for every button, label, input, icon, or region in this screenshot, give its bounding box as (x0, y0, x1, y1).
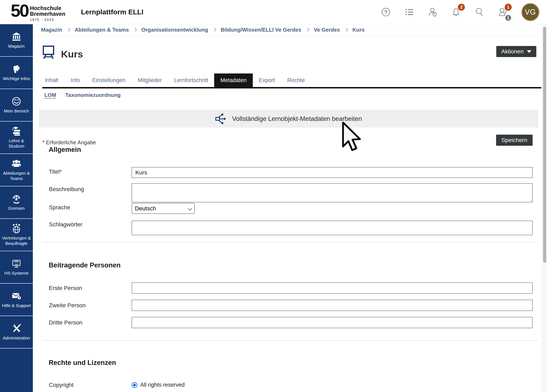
logo-50-text: 50 (11, 2, 28, 19)
books-graduation-icon (12, 126, 21, 136)
tab-einstellungen[interactable]: Einstellungen (86, 74, 132, 87)
copyright-radio-row: All rights reserved (132, 382, 185, 388)
svg-text:?: ? (18, 296, 20, 300)
chevron-right-icon (344, 28, 348, 31)
subtab-lom[interactable]: LOM (44, 92, 56, 98)
scrollbar-thumb[interactable] (543, 27, 546, 263)
required-asterisk: * (42, 139, 45, 146)
sidebar-item-abteilungen-teams[interactable]: Abteilungen & Teams (0, 154, 33, 186)
copyright-radio-label: All rights reserved (140, 382, 185, 388)
sprache-select[interactable]: Deutsch (132, 203, 195, 214)
sidebar-item-label: HS-Systeme (4, 270, 28, 276)
sidebar-item-hs-systeme[interactable]: *** HS-Systeme (0, 251, 33, 284)
aktionen-label: Aktionen (501, 48, 524, 55)
tab-mitglieder[interactable]: Mitglieder (132, 74, 168, 87)
sidebar-item-label: Mein Bereich (4, 108, 29, 114)
tab-rechte[interactable]: Rechte (281, 74, 311, 87)
schlagwoerter-input[interactable] (132, 221, 533, 235)
sidebar-item-wichtige-infos[interactable]: Wichtige Infos (0, 57, 33, 89)
main-content: Magazin Abteilungen & Teams Organisation… (33, 24, 542, 392)
breadcrumb-item[interactable]: Abteilungen & Teams (75, 27, 129, 33)
subtab-taxonomiezuordnung[interactable]: Taxonomiezuordnung (65, 92, 121, 98)
people-group-icon (12, 159, 21, 169)
dritte-person-label: Dritte Person (49, 319, 82, 326)
titel-required-asterisk: * (60, 169, 62, 175)
chevron-right-icon (67, 28, 70, 31)
sidebar-item-label: Magazin (8, 43, 24, 49)
required-note: * Erforderliche Angabe (42, 139, 96, 146)
landmark-icon (12, 32, 21, 41)
top-header: 50 Hochschule Bremerhaven 1975 - 2025 Le… (0, 0, 547, 24)
sidebar-item-magazin[interactable]: Magazin (0, 24, 33, 57)
sidebar-item-mein-bereich[interactable]: Mein Bereich (0, 89, 33, 122)
section-heading-allgemein: Allgemein (49, 146, 81, 154)
beschreibung-textarea[interactable] (132, 183, 533, 202)
course-easel-icon (42, 45, 55, 60)
sidebar-item-administration[interactable]: Administration (0, 316, 33, 349)
tab-info[interactable]: Info (64, 74, 86, 87)
sidebar-item-vertretungen-beauftragte[interactable]: Vertretungen & Beauftragte (0, 219, 33, 251)
dritte-person-input[interactable] (132, 317, 533, 328)
help-icon[interactable]: ? (381, 7, 391, 17)
megaphone-icon (12, 64, 21, 74)
sidebar-item-label: Lehre & Studium (1, 138, 32, 149)
committee-icon (12, 194, 21, 203)
radio-dot (133, 384, 136, 386)
tab-export[interactable]: Export (253, 74, 281, 87)
sidebar-item-gremien[interactable]: Gremien (0, 186, 33, 219)
erste-person-input[interactable] (132, 282, 533, 294)
breadcrumb-item[interactable]: Organisationsentwicklung (141, 27, 208, 33)
metadata-nodes-icon (215, 114, 227, 124)
required-note-text: Erforderliche Angabe (46, 139, 96, 146)
app-title: Lernplattform ELLI (81, 8, 143, 16)
sprache-label: Sprache (49, 204, 70, 211)
sidebar-item-hilfe-support[interactable]: ? Hilfe & Support (0, 284, 33, 316)
avatar[interactable]: VG (521, 3, 540, 21)
contacts-icon[interactable]: 1 1 (498, 7, 508, 17)
hochschule-bremerhaven-logo: 50 Hochschule Bremerhaven 1975 - 2025 (11, 2, 65, 21)
titel-input[interactable] (132, 167, 533, 178)
titel-label-text: Titel (49, 169, 60, 175)
main-sidebar: Magazin Wichtige Infos Mein Bereich Lehr… (0, 24, 33, 392)
page-title: Kurs (61, 48, 83, 60)
titel-label: Titel* (49, 169, 62, 175)
tab-lernfortschritt[interactable]: Lernfortschritt (168, 74, 214, 87)
contacts-new-badge: 1 (505, 4, 512, 11)
search-icon[interactable] (474, 7, 485, 17)
mail-question-icon: ? (12, 291, 21, 301)
chevron-right-icon (133, 28, 137, 31)
chevron-right-icon (212, 28, 216, 31)
sidebar-item-label: Administration (3, 335, 30, 341)
copyright-label: Copyright (49, 382, 74, 388)
speichern-button[interactable]: Speichern (496, 135, 533, 146)
tab-metadaten[interactable]: Metadaten (214, 74, 253, 87)
breadcrumb-item[interactable]: Bildung/Wissen/ELLI Ve Gerdes (221, 27, 301, 33)
sidebar-item-label: Vertretungen & Beauftragte (1, 235, 32, 246)
sidebar-item-label: Wichtige Infos (3, 76, 30, 81)
aktionen-button[interactable]: Aktionen (496, 46, 536, 57)
smiley-icon (12, 96, 21, 106)
copyright-radio-selected[interactable] (132, 382, 137, 388)
globe-people-icon (12, 223, 21, 233)
subtab-bar: LOM Taxonomiezuordnung (44, 92, 121, 98)
section-divider (42, 340, 539, 341)
caret-down-icon (527, 50, 531, 53)
breadcrumb-item[interactable]: Kurs (352, 27, 364, 33)
user-alert-icon[interactable]: ! (428, 7, 438, 17)
notifications-bell-icon[interactable]: 2 (451, 7, 461, 17)
sidebar-item-lehre-studium[interactable]: Lehre & Studium (0, 122, 33, 154)
chevron-right-icon (306, 28, 309, 31)
breadcrumb-item[interactable]: Magazin (41, 27, 62, 33)
svg-text:?: ? (384, 9, 387, 15)
tab-inhalt[interactable]: Inhalt (42, 74, 64, 87)
zweite-person-input[interactable] (132, 300, 533, 311)
logo-years: 1975 - 2025 (30, 18, 66, 22)
breadcrumb-item[interactable]: Ve Gerdes (314, 27, 340, 33)
zweite-person-label: Zweite Person (49, 302, 86, 309)
banner-label: Vollständige Lernobjekt-Metadaten bearbe… (232, 115, 362, 122)
list-menu-icon[interactable] (404, 7, 414, 17)
page-scrollbar[interactable] (542, 24, 547, 392)
schlagwoerter-label: Schlagwörter (49, 221, 82, 228)
edit-full-metadata-banner[interactable]: Vollständige Lernobjekt-Metadaten bearbe… (39, 110, 538, 128)
erste-person-label: Erste Person (49, 285, 82, 291)
